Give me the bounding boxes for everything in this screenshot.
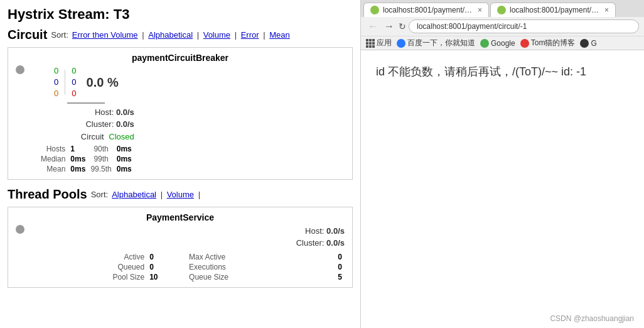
google-favicon (480, 39, 489, 48)
browser-tab-1[interactable]: localhost:8001/payment/circu... × (363, 3, 489, 17)
baidu-label: 百度一下，你就知道 (407, 38, 475, 48)
tp-metric-row-0: Active 0 Max Active 0 (38, 252, 345, 262)
back-button[interactable]: ← (366, 21, 380, 32)
sparkline-line (67, 102, 105, 104)
left-panel: Hystrix Stream: T3 Circuit Sort: Error t… (0, 0, 361, 328)
sort-volume[interactable]: Volume (203, 30, 230, 40)
tp-host-rate: 0.0/s (326, 226, 345, 236)
address-bar-row: ← → ↻ (361, 17, 644, 36)
circuit-percentage: 0.0 % (87, 75, 119, 90)
tp-host-cluster: Host: 0.0/s Cluster: 0.0/s (38, 225, 345, 249)
tp-metric-row-1: Queued 0 Executions 0 (38, 262, 345, 272)
tab-bar: localhost:8001/payment/circu... × localh… (361, 0, 644, 17)
metric-90th-label: 90th (88, 144, 114, 154)
tp-label-active: Active (38, 252, 147, 262)
tp-mid-label-executions: Executions (186, 262, 318, 272)
metric-val-median: 0ms (68, 154, 88, 164)
metric-row-1: Median 0ms 99th 0ms (38, 154, 134, 164)
bookmark-baidu[interactable]: 百度一下，你就知道 (397, 38, 475, 48)
sparkline-area (38, 102, 134, 104)
tab1-text: localhost:8001/payment/circu... (383, 6, 474, 14)
tom-label: Tom猫的博客 (531, 38, 576, 48)
tom-favicon (520, 39, 529, 48)
tp-mid-label-maxactive: Max Active (186, 252, 318, 262)
metric-row-2: Mean 0ms 99.5th 0ms (38, 164, 134, 174)
threadpool-card: PaymentService Host: 0.0/s Cluster: 0.0/… (8, 207, 353, 288)
circuit-dot (16, 65, 24, 74)
tp-sort-label: Sort: (91, 190, 108, 199)
sort-error[interactable]: Error (241, 30, 259, 40)
refresh-button[interactable]: ↻ (399, 21, 406, 31)
metric-99th-val: 0ms (114, 154, 134, 164)
metric-995th-val: 0ms (114, 164, 134, 174)
metric-99th-label: 99th (88, 154, 114, 164)
cluster-label: Cluster: (85, 119, 114, 129)
tp-mid-val-queuesize: 5 (318, 272, 345, 282)
tab1-close[interactable]: × (478, 6, 482, 14)
bookmark-github[interactable]: G (580, 39, 596, 48)
tp-sort-alphabetical[interactable]: Alphabetical (112, 190, 156, 199)
circuit-status-label: Circuit (81, 132, 104, 141)
tp-mid-val-maxactive: 0 (318, 252, 345, 262)
tp-mid-label-queuesize: Queue Size (186, 272, 318, 282)
browser-tab-2[interactable]: localhost:8001/payment/circu... × (490, 3, 616, 17)
right-panel: localhost:8001/payment/circu... × localh… (361, 0, 644, 328)
apps-icon[interactable]: 应用 (366, 38, 392, 48)
circuit-metrics-table: Hosts 1 90th 0ms Median 0ms 99th 0ms Mea… (38, 144, 134, 174)
cluster-rate: 0.0/s (116, 119, 134, 129)
footer-text: CSDN @zhaoshuangjian (550, 314, 634, 323)
app-title: Hystrix Stream: T3 (8, 6, 353, 23)
metric-row-0: Hosts 1 90th 0ms (38, 144, 134, 154)
tp-val-poolsize: 10 (147, 272, 186, 282)
circuit-status-row: Circuit Closed (38, 132, 134, 141)
sort-alphabetical[interactable]: Alphabetical (148, 30, 193, 40)
bookmarks-bar: 应用 百度一下，你就知道 Google Tom猫的博客 G (361, 36, 644, 50)
num-green-2: 0 (72, 65, 76, 77)
num-orange-1: 0 (54, 88, 58, 99)
metric-label-mean: Mean (38, 164, 68, 174)
circuit-card-title: paymentCircuitBreaker (16, 53, 345, 63)
bookmark-google[interactable]: Google (480, 39, 515, 48)
github-favicon (580, 39, 589, 48)
tp-metrics-table: Active 0 Max Active 0 Queued 0 Execution… (38, 252, 345, 282)
tp-host-label: Host: (305, 226, 324, 236)
circuit-section-header: Circuit Sort: Error then Volume | Alphab… (8, 28, 353, 42)
metric-label-median: Median (38, 154, 68, 164)
tp-sort-volume[interactable]: Volume (167, 190, 194, 199)
metric-90th-val: 0ms (114, 144, 134, 154)
tab2-close[interactable]: × (604, 6, 609, 14)
circuit-nums-right: 0 0 0 (72, 65, 76, 100)
error-message: id 不能负数，请稍后再试，/(ToT)/~~ id: -1 (376, 63, 629, 81)
num-green-1: 0 (54, 65, 58, 77)
forward-button[interactable]: → (382, 21, 396, 32)
github-label: G (591, 39, 596, 48)
tp-mid-val-executions: 0 (318, 262, 345, 272)
metric-val-hosts: 1 (68, 144, 88, 154)
tp-label-queued: Queued (38, 262, 147, 272)
tp-dot (16, 225, 24, 234)
grid-icon (366, 39, 375, 48)
tp-metric-row-2: Pool Size 10 Queue Size 5 (38, 272, 345, 282)
circuit-nums-left: 0 0 0 (54, 65, 58, 100)
tab2-favicon (497, 6, 506, 14)
sort-mean[interactable]: Mean (269, 30, 290, 40)
num-blue-1: 0 (54, 77, 58, 88)
browser-chrome: localhost:8001/payment/circu... × localh… (361, 0, 644, 50)
csdn-footer: CSDN @zhaoshuangjian (361, 309, 644, 328)
threadpools-title: Thread Pools (8, 187, 87, 202)
metric-val-mean: 0ms (68, 164, 88, 174)
tp-cluster-label: Cluster: (296, 238, 325, 248)
sort-error-volume[interactable]: Error then Volume (72, 30, 138, 40)
tp-val-active: 0 (147, 252, 186, 262)
baidu-favicon (397, 39, 405, 48)
bookmark-tom[interactable]: Tom猫的博客 (520, 38, 576, 48)
num-blue-2: 0 (72, 77, 76, 88)
metric-995th-label: 99.5th (88, 164, 114, 174)
tp-label-poolsize: Pool Size (38, 272, 147, 282)
circuit-status-value: Closed (109, 132, 134, 141)
host-cluster-info: Host: 0.0/s Cluster: 0.0/s (38, 106, 134, 131)
host-label: Host: (95, 107, 114, 117)
threadpools-section-header: Thread Pools Sort: Alphabetical | Volume… (8, 187, 353, 202)
tp-sort-links: Alphabetical | Volume | (112, 190, 202, 199)
address-bar[interactable] (409, 19, 639, 33)
